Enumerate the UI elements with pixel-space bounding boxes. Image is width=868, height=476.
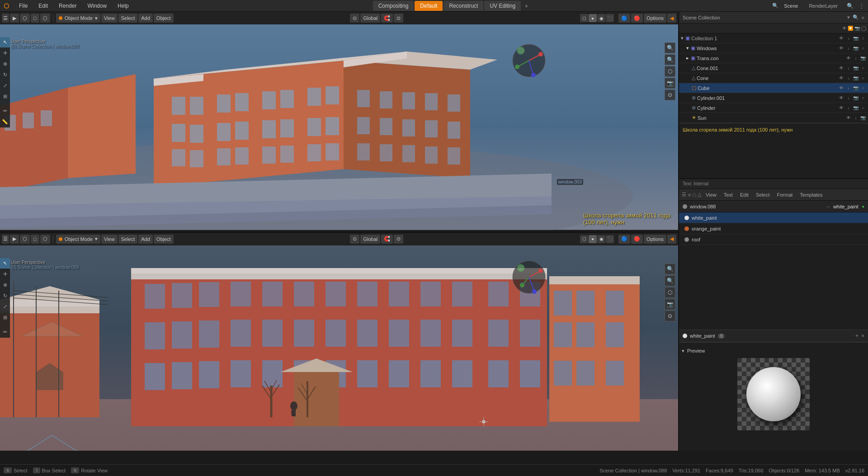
viewport-icon-b2[interactable]: □ xyxy=(31,235,39,244)
viewport-icon-b1[interactable]: ⬡ xyxy=(20,235,30,244)
outliner-row-cyl[interactable]: ⊚ Cylinder 👁 ↓ 📷 ○ xyxy=(679,103,868,113)
cursor-tool-b[interactable]: ✛ xyxy=(0,269,10,280)
outliner-toggle[interactable]: ≡ xyxy=(862,15,864,20)
proportional-b[interactable]: ⊙ xyxy=(394,235,403,244)
hld-c1[interactable]: ○ xyxy=(860,66,866,71)
obj-name-display[interactable]: window.088 xyxy=(690,204,716,209)
snap-toggle[interactable]: 🧲 xyxy=(381,14,393,23)
snap-toggle-b[interactable]: 🧲 xyxy=(381,235,393,244)
select-menu-bottom[interactable]: Select xyxy=(118,235,138,244)
pivot-point[interactable]: ⊙ xyxy=(350,14,359,23)
wireframe-btn-b[interactable]: ⬡ xyxy=(580,235,588,243)
view-menu-bottom[interactable]: View xyxy=(101,235,118,244)
viewport-gizmos-b[interactable]: 🔴 xyxy=(631,235,643,244)
sel-c[interactable]: ↓ xyxy=(845,75,852,80)
visibility-btn[interactable]: 👁 xyxy=(838,36,844,41)
vis-c1[interactable]: 👁 xyxy=(838,66,844,71)
add-menu-top[interactable]: Add xyxy=(138,14,153,23)
menu-edit[interactable]: Edit xyxy=(36,2,51,10)
zoom-out-btn[interactable]: 🔍 xyxy=(665,54,675,65)
animation-play-btn[interactable]: ▶ xyxy=(10,14,19,23)
te-templates-menu[interactable]: Templates xyxy=(797,191,825,198)
mat-new-btn[interactable]: + xyxy=(855,333,859,339)
annotate-tool[interactable]: ✏ xyxy=(0,106,10,117)
vis-sun[interactable]: 👁 xyxy=(845,115,852,120)
tab-compositing[interactable]: Compositing xyxy=(373,1,414,11)
header-expand[interactable]: ⋮ xyxy=(859,3,864,9)
te-text-menu[interactable]: Text xyxy=(721,191,736,198)
view-camera-btn-b[interactable]: 📷 xyxy=(665,299,675,310)
select-btn[interactable]: ↓ xyxy=(845,36,852,41)
tab-uv-editing[interactable]: UV Editing xyxy=(484,1,521,11)
viewport-icon-3[interactable]: ⬡ xyxy=(40,14,50,23)
global-transform-b[interactable]: Global xyxy=(360,235,380,244)
view-camera-btn[interactable]: 📷 xyxy=(665,78,675,89)
header-search[interactable]: 🔍 xyxy=(847,3,854,9)
select-tool-b[interactable]: ↖ xyxy=(0,258,10,269)
outliner-row-cone001[interactable]: △ Cone.001 👁 ↓ 📷 ○ xyxy=(679,63,868,73)
vis-tc[interactable]: 👁 xyxy=(845,56,852,61)
hld-c[interactable]: ○ xyxy=(860,75,866,80)
animation-play-btn-2[interactable]: ▶ xyxy=(10,235,19,244)
te-edit-menu[interactable]: Edit xyxy=(737,191,751,198)
vis-cy[interactable]: 👁 xyxy=(838,105,844,110)
hold-btn[interactable]: ○ xyxy=(860,36,866,41)
hld-btn-w[interactable]: ○ xyxy=(860,46,866,51)
zoom-in-btn-b[interactable]: 🔍 xyxy=(665,264,675,274)
tab-reconstruct[interactable]: Reconstruct xyxy=(443,1,483,11)
sel-btn-w[interactable]: ↓ xyxy=(845,46,852,51)
rendered-btn-b[interactable]: ⬛ xyxy=(606,235,614,243)
outliner-row-sun[interactable]: ☀ Sun 👁 ↓ 📷 xyxy=(679,113,868,123)
add-menu-bottom[interactable]: Add xyxy=(138,235,153,244)
ren-c1[interactable]: 📷 xyxy=(853,66,859,71)
object-mode-dropdown[interactable]: Object Mode ▾ xyxy=(56,14,100,23)
options-dropdown-top[interactable]: Options xyxy=(644,14,666,23)
select-tool[interactable]: ↖ xyxy=(0,37,10,48)
object-menu-top[interactable]: Object xyxy=(154,14,174,23)
rotate-tool-b[interactable]: ↻ xyxy=(0,291,10,302)
view-top-btn-b[interactable]: ⊙ xyxy=(665,311,675,321)
measure-tool[interactable]: 📏 xyxy=(0,117,10,127)
ren-cy1[interactable]: 📷 xyxy=(853,95,859,100)
render-btn[interactable]: 📷 xyxy=(853,36,859,41)
scale-tool-b[interactable]: ⤢ xyxy=(0,302,10,312)
viewport-icon-1[interactable]: ⬡ xyxy=(20,14,30,23)
material-btn[interactable]: ◉ xyxy=(597,14,605,22)
outliner-search-icon[interactable]: 🔍 xyxy=(853,14,859,20)
ren-tc[interactable]: 📷 xyxy=(860,56,866,61)
solid-btn[interactable]: ● xyxy=(589,14,597,22)
cursor-tool[interactable]: ✛ xyxy=(0,48,10,59)
overlay-dropdown[interactable]: 🔵 xyxy=(618,14,630,23)
zoom-out-btn-b[interactable]: 🔍 xyxy=(665,275,675,286)
menu-window[interactable]: Window xyxy=(85,2,109,10)
sel-cy[interactable]: ↓ xyxy=(845,105,852,110)
overlay-dropdown-b[interactable]: 🔵 xyxy=(618,235,630,244)
menu-file[interactable]: File xyxy=(16,2,30,10)
vis-c[interactable]: 👁 xyxy=(838,75,844,80)
outliner-row-cone[interactable]: △ Cone 👁 ↓ 📷 ○ xyxy=(679,73,868,83)
options-dropdown-bottom[interactable]: Options xyxy=(644,235,666,244)
wireframe-btn[interactable]: ⬡ xyxy=(580,14,588,22)
global-transform[interactable]: Global xyxy=(360,14,380,23)
hld-cube[interactable]: ○ xyxy=(860,85,866,90)
viewport-icon-2[interactable]: □ xyxy=(31,14,39,23)
viewport-side-toggle[interactable]: ◀ xyxy=(667,14,676,23)
zoom-in-btn[interactable]: 🔍 xyxy=(665,42,675,53)
solid-btn-b[interactable]: ● xyxy=(589,235,597,243)
ren-c[interactable]: 📷 xyxy=(853,75,859,80)
mat-name-selector[interactable]: white_paint xyxy=(833,204,859,209)
ren-btn-w[interactable]: 📷 xyxy=(853,46,859,51)
viewport-gizmos[interactable]: 🔴 xyxy=(631,14,643,23)
viewport-side-toggle-b[interactable]: ◀ xyxy=(667,235,676,244)
viewport-icon-b3[interactable]: ⬡ xyxy=(40,235,50,244)
te-format-menu[interactable]: Format xyxy=(774,191,795,198)
transform-tool-b[interactable]: ⊞ xyxy=(0,312,10,323)
move-tool-b[interactable]: ⊕ xyxy=(0,280,10,291)
sel-tc[interactable]: ↓ xyxy=(853,56,859,61)
material-btn-b[interactable]: ◉ xyxy=(597,235,605,243)
add-workspace-button[interactable]: + xyxy=(522,2,531,9)
ren-sun[interactable]: 📷 xyxy=(860,115,866,120)
rotate-tool[interactable]: ↻ xyxy=(0,70,10,80)
mat-slot-white-paint[interactable]: white_paint xyxy=(679,212,868,223)
view-perspective-btn-b[interactable]: ⬡ xyxy=(665,287,675,298)
